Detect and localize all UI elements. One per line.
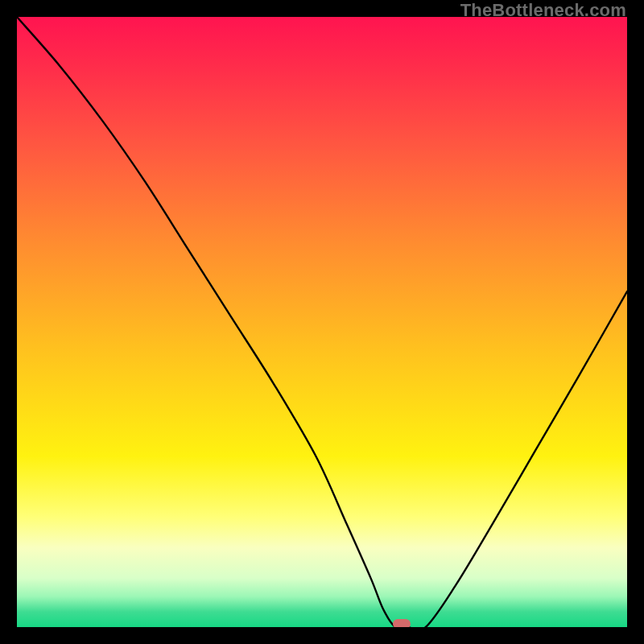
watermark-text: TheBottleneck.com bbox=[460, 0, 626, 21]
bottleneck-curve bbox=[17, 17, 627, 627]
optimal-point-marker bbox=[393, 619, 411, 627]
chart-frame: TheBottleneck.com bbox=[0, 0, 644, 644]
plot-area bbox=[17, 17, 627, 627]
